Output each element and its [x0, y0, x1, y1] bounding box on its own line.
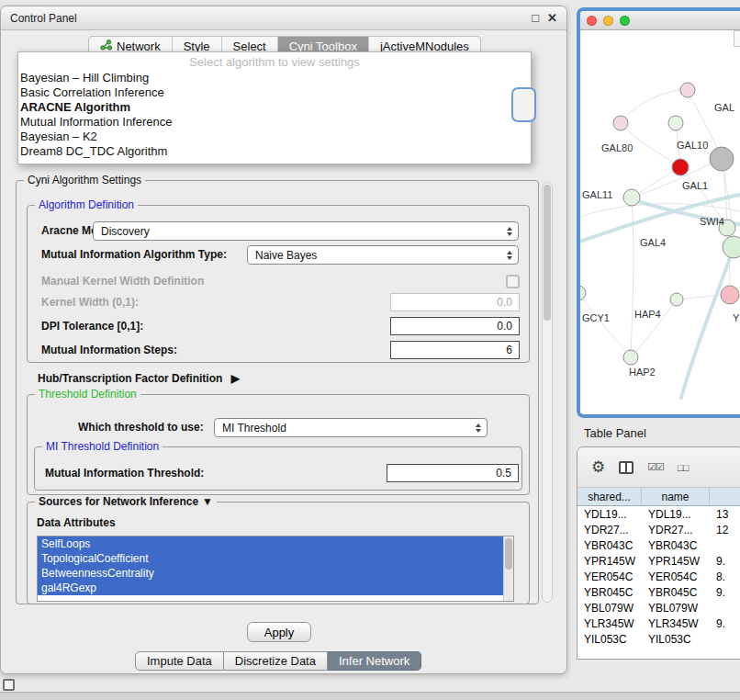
- cell: YBR045C: [577, 584, 642, 600]
- minimize-window-icon[interactable]: [603, 16, 613, 26]
- cell: YBR045C: [642, 584, 710, 600]
- network-node[interactable]: [623, 350, 638, 365]
- dropdown-item[interactable]: Bayesian – K2: [18, 130, 531, 144]
- network-node[interactable]: [580, 286, 586, 300]
- tab-impute-data[interactable]: Impute Data: [135, 651, 224, 671]
- expand-arrow-icon[interactable]: ▼: [202, 495, 213, 509]
- table-row[interactable]: YBR045CYBR045C9.: [577, 584, 740, 600]
- control-panel-titlebar[interactable]: Control Panel □ ✕: [1, 6, 566, 30]
- network-node[interactable]: [670, 293, 683, 306]
- cell: YIL053C: [642, 631, 710, 647]
- close-panel-icon[interactable]: ✕: [547, 11, 557, 25]
- scrollbar-thumb[interactable]: [505, 538, 512, 570]
- cell: YBR043C: [642, 537, 710, 553]
- group-title: Algorithm Definition: [35, 198, 138, 212]
- list-item[interactable]: BetweennessCentrality: [38, 566, 513, 581]
- network-graph: GAL GAL80 GAL10 GAL11 GAL1 SWI4 GAL4 GCY…: [580, 30, 740, 417]
- field-value: 0.0: [497, 296, 512, 309]
- column-header[interactable]: [710, 488, 740, 505]
- mi-steps-field[interactable]: 6: [390, 341, 520, 359]
- group-title: Threshold Definition: [35, 388, 140, 401]
- data-attributes-list[interactable]: SelfLoops TopologicalCoefficient Between…: [37, 536, 514, 602]
- close-window-icon[interactable]: [587, 16, 597, 26]
- tab-label: Infer Network: [339, 654, 409, 668]
- table-row[interactable]: YBR043CYBR043C: [577, 537, 740, 553]
- table-row[interactable]: YIL053CYIL053C: [577, 631, 740, 647]
- select-all-rows-icon[interactable]: ☑☑: [647, 461, 664, 473]
- table-row[interactable]: YBL079WYBL079W: [577, 600, 740, 615]
- network-scrollbar[interactable]: [734, 30, 740, 47]
- attributes-scrollbar[interactable]: [503, 536, 513, 601]
- network-node[interactable]: [668, 116, 683, 130]
- unselect-all-rows-icon[interactable]: □□: [678, 462, 688, 473]
- cell: [710, 600, 740, 615]
- mi-threshold-field[interactable]: 0.5: [387, 464, 519, 482]
- zoom-window-icon[interactable]: [620, 16, 630, 26]
- bottom-strip: [0, 692, 740, 700]
- table-row[interactable]: YDL19...YDL19...13: [577, 506, 740, 522]
- network-canvas[interactable]: GAL GAL80 GAL10 GAL11 GAL1 SWI4 GAL4 GCY…: [580, 30, 740, 413]
- scrollbar-thumb[interactable]: [544, 185, 551, 321]
- node-label: GAL4: [640, 237, 666, 248]
- hub-section-label: Hub/Transcription Factor Definition: [38, 372, 222, 385]
- column-header[interactable]: shared...: [577, 488, 642, 505]
- network-node[interactable]: [623, 189, 640, 206]
- cell: YPR145W: [642, 553, 710, 569]
- network-window-titlebar[interactable]: [580, 11, 740, 30]
- selected-value: MI Threshold: [215, 422, 472, 435]
- data-attributes-label: Data Attributes: [37, 514, 116, 533]
- which-threshold-label: Which threshold to use:: [78, 418, 204, 437]
- table-panel-title: Table Panel: [584, 426, 646, 440]
- group-title: Cyni Algorithm Settings: [24, 174, 145, 187]
- columns-icon-split: [625, 463, 627, 472]
- network-node[interactable]: [680, 83, 695, 97]
- dropdown-item[interactable]: ARACNE Algorithm: [18, 100, 531, 115]
- settings-scrollbar[interactable]: [542, 182, 553, 603]
- dropdown-item[interactable]: Mutual Information Inference: [18, 115, 531, 130]
- dropdown-item[interactable]: Basic Correlation Inference: [18, 85, 531, 100]
- cell: 12: [710, 522, 740, 537]
- network-node[interactable]: [672, 159, 689, 175]
- tab-discretize-data[interactable]: Discretize Data: [224, 651, 328, 671]
- cell: 9.: [710, 584, 740, 600]
- aracne-mode-select[interactable]: Discovery: [93, 221, 519, 241]
- combo-arrows-icon: [472, 423, 487, 433]
- network-node[interactable]: [723, 236, 740, 258]
- cell: [710, 537, 740, 553]
- table-row[interactable]: YPR145WYPR145W9.: [577, 553, 740, 569]
- sources-group-toggle[interactable]: Sources for Network Inference ▼: [35, 495, 217, 509]
- list-item[interactable]: TopologicalCoefficient: [38, 551, 513, 566]
- cell: [710, 631, 740, 647]
- list-item[interactable]: SelfLoops: [38, 536, 513, 551]
- selected-value: Discovery: [94, 225, 503, 238]
- mi-type-label: Mutual Information Algorithm Type:: [41, 245, 227, 265]
- dpi-tolerance-field[interactable]: 0.0: [390, 317, 520, 335]
- table-row[interactable]: YER054CYER054C8.: [577, 569, 740, 584]
- apply-button[interactable]: Apply: [247, 622, 311, 642]
- table-body: YDL19...YDL19...13 YDR27...YDR27...12 YB…: [577, 506, 740, 659]
- node-label: HAP2: [629, 367, 656, 378]
- dropdown-item[interactable]: Bayesian – Hill Climbing: [18, 71, 531, 85]
- manual-kernel-checkbox[interactable]: [506, 275, 520, 288]
- float-panel-icon[interactable]: □: [532, 11, 539, 25]
- hub-section-toggle[interactable]: Hub/Transcription Factor Definition ▶: [38, 369, 240, 389]
- columns-icon[interactable]: [619, 461, 633, 474]
- network-node[interactable]: [721, 286, 739, 304]
- cell: YDR27...: [642, 522, 710, 537]
- tab-infer-network[interactable]: Infer Network: [328, 651, 421, 671]
- tab-label: Discretize Data: [235, 654, 316, 668]
- spinner-fragment[interactable]: [511, 87, 536, 122]
- mi-type-select[interactable]: Naive Bayes: [247, 245, 519, 265]
- dropdown-item[interactable]: Dream8 DC_TDC Algorithm: [18, 144, 531, 159]
- gear-icon[interactable]: ⚙: [591, 459, 605, 475]
- kernel-width-field[interactable]: 0.0: [390, 293, 520, 311]
- restore-panel-icon[interactable]: [3, 679, 15, 691]
- list-item[interactable]: gal4RGexp: [38, 581, 513, 595]
- collapse-arrow-icon[interactable]: ▶: [231, 372, 240, 385]
- network-node[interactable]: [710, 147, 734, 171]
- table-row[interactable]: YDR27...YDR27...12: [577, 522, 740, 537]
- network-node[interactable]: [613, 116, 628, 130]
- table-row[interactable]: YLR345WYLR345W9.: [577, 615, 740, 631]
- column-header[interactable]: name: [642, 488, 710, 505]
- which-threshold-select[interactable]: MI Threshold: [214, 418, 488, 437]
